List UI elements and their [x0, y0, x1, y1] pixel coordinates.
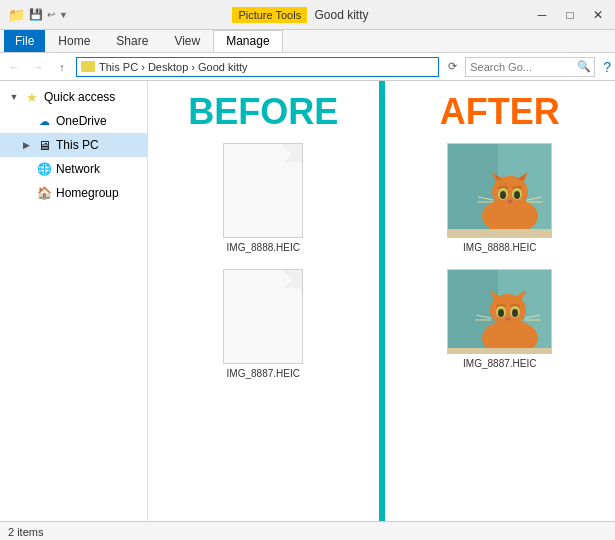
- file-icon-1: [223, 143, 303, 238]
- sidebar-label-homegroup: Homegroup: [56, 186, 119, 200]
- before-label: BEFORE: [188, 91, 338, 133]
- tab-home[interactable]: Home: [45, 30, 103, 52]
- sidebar-label-onedrive: OneDrive: [56, 114, 107, 128]
- thumbnail-1: [447, 143, 552, 238]
- list-item[interactable]: IMG_8887.HEIC: [447, 269, 552, 369]
- address-bar: ← → ↑ This PC › Desktop › Good kitty ⟳ 🔍…: [0, 53, 615, 81]
- expand-arrow-onedrive: [20, 115, 32, 127]
- file-corner-fold-2: [284, 270, 302, 288]
- list-item[interactable]: IMG_8888.HEIC: [447, 143, 552, 253]
- ribbon: File Home Share View Manage: [0, 30, 615, 53]
- sidebar-label-this-pc: This PC: [56, 138, 99, 152]
- file-name-1: IMG_8888.HEIC: [227, 242, 300, 253]
- title-bar: 📁 💾 ↩ ▼ Picture Tools Good kitty ─ □ ✕: [0, 0, 615, 30]
- sidebar-item-onedrive[interactable]: ☁ OneDrive: [0, 109, 147, 133]
- network-icon: 🌐: [36, 161, 52, 177]
- expand-arrow-homegroup: [20, 187, 32, 199]
- cloud-icon: ☁: [36, 113, 52, 129]
- file-corner-fold: [284, 144, 302, 162]
- maximize-button[interactable]: □: [557, 5, 583, 25]
- home-icon: 🏠: [36, 185, 52, 201]
- thumb-name-1: IMG_8888.HEIC: [463, 242, 536, 253]
- cat-svg-2: [448, 270, 552, 354]
- thumbnail-2: [447, 269, 552, 354]
- app-icon: 📁: [8, 7, 25, 23]
- window-title: Good kitty: [315, 8, 369, 22]
- after-panel: AFTER: [385, 81, 616, 521]
- sidebar: ▼ ★ Quick access ☁ OneDrive ▶ 🖥 This PC …: [0, 81, 148, 521]
- svg-point-28: [498, 309, 504, 317]
- list-item[interactable]: IMG_8887.HEIC: [223, 269, 303, 379]
- quick-access-icon: 💾: [29, 8, 43, 21]
- svg-point-30: [506, 318, 511, 321]
- path-text: This PC › Desktop › Good kitty: [99, 61, 248, 73]
- before-panel: BEFORE IMG_8888.HEIC IMG_8887.HEIC: [148, 81, 379, 521]
- title-bar-controls: ─ □ ✕: [525, 5, 615, 25]
- star-icon: ★: [24, 89, 40, 105]
- forward-button[interactable]: →: [28, 57, 48, 77]
- after-label: AFTER: [440, 91, 560, 133]
- status-bar: 2 items: [0, 521, 615, 540]
- sidebar-item-network[interactable]: 🌐 Network: [0, 157, 147, 181]
- tab-share[interactable]: Share: [103, 30, 161, 52]
- sidebar-item-this-pc[interactable]: ▶ 🖥 This PC: [0, 133, 147, 157]
- help-icon: ?: [603, 59, 611, 75]
- path-folder-icon: [81, 61, 95, 72]
- search-wrap: 🔍: [465, 57, 595, 77]
- sidebar-label-quick-access: Quick access: [44, 90, 115, 104]
- expand-arrow-network: [20, 163, 32, 175]
- expand-arrow-this-pc: ▶: [20, 139, 32, 151]
- sidebar-label-network: Network: [56, 162, 100, 176]
- title-bar-title: Picture Tools Good kitty: [76, 8, 525, 22]
- file-corner-fill: [284, 144, 302, 162]
- file-icon-2: [223, 269, 303, 364]
- expand-arrow-quick-access: ▼: [8, 91, 20, 103]
- split-view: BEFORE IMG_8888.HEIC IMG_8887.HEIC: [148, 81, 615, 521]
- title-bar-left: 📁 💾 ↩ ▼: [0, 7, 76, 23]
- search-icon: 🔍: [577, 60, 591, 73]
- svg-point-12: [508, 200, 513, 203]
- svg-rect-32: [448, 348, 552, 354]
- cat-svg-1: [448, 144, 552, 238]
- search-input[interactable]: [465, 57, 595, 77]
- svg-rect-15: [448, 229, 552, 238]
- svg-point-11: [514, 191, 520, 199]
- address-path[interactable]: This PC › Desktop › Good kitty: [76, 57, 439, 77]
- file-name-2: IMG_8887.HEIC: [227, 368, 300, 379]
- close-button[interactable]: ✕: [585, 5, 611, 25]
- item-count: 2 items: [8, 526, 43, 538]
- refresh-button[interactable]: ⟳: [443, 57, 461, 77]
- undo-icon: ↩: [47, 9, 55, 20]
- minimize-button[interactable]: ─: [529, 5, 555, 25]
- main-layout: ▼ ★ Quick access ☁ OneDrive ▶ 🖥 This PC …: [0, 81, 615, 521]
- ribbon-tabs: File Home Share View Manage: [0, 30, 615, 52]
- file-corner-fill-2: [284, 270, 302, 288]
- svg-point-29: [512, 309, 518, 317]
- dropdown-arrow[interactable]: ▼: [59, 10, 68, 20]
- up-button[interactable]: ↑: [52, 57, 72, 77]
- tab-file[interactable]: File: [4, 30, 45, 52]
- sidebar-item-quick-access[interactable]: ▼ ★ Quick access: [0, 85, 147, 109]
- back-button[interactable]: ←: [4, 57, 24, 77]
- content-area: BEFORE IMG_8888.HEIC IMG_8887.HEIC: [148, 81, 615, 521]
- picture-tools-label: Picture Tools: [232, 7, 307, 23]
- tab-manage[interactable]: Manage: [213, 30, 282, 52]
- sidebar-item-homegroup[interactable]: 🏠 Homegroup: [0, 181, 147, 205]
- pc-icon: 🖥: [36, 137, 52, 153]
- thumb-name-2: IMG_8887.HEIC: [463, 358, 536, 369]
- svg-point-10: [500, 191, 506, 199]
- list-item[interactable]: IMG_8888.HEIC: [223, 143, 303, 253]
- tab-view[interactable]: View: [161, 30, 213, 52]
